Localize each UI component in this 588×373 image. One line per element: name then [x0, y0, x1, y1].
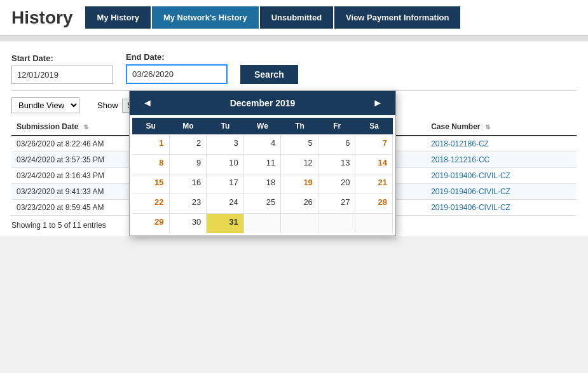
- filter-row: Start Date: End Date: Search ◄ December …: [11, 52, 577, 84]
- calendar-grid: Su Mo Tu We Th Fr Sa 1 2 3 4 5 6 7: [130, 115, 395, 236]
- cal-day-25[interactable]: 25: [244, 194, 282, 213]
- sort-icon-case-number: ⇅: [485, 123, 490, 130]
- end-date-label: End Date:: [126, 52, 228, 62]
- calendar-next-button[interactable]: ►: [369, 96, 386, 110]
- calendar-prev-button[interactable]: ◄: [139, 96, 156, 110]
- page-title: History: [11, 8, 72, 28]
- cal-day-16[interactable]: 16: [170, 174, 207, 194]
- calendar-week-1: 1 2 3 4 5 6 7: [132, 134, 393, 154]
- cal-day-21[interactable]: 21: [355, 174, 393, 194]
- cal-day-22[interactable]: 22: [132, 194, 170, 213]
- col-submission-date-label: Submission Date: [17, 122, 78, 131]
- dow-mo: Mo: [170, 118, 207, 134]
- cal-day-19[interactable]: 19: [281, 174, 318, 194]
- case-number-cell[interactable]: 2018-012186-CZ: [426, 136, 577, 152]
- dow-fr: Fr: [318, 118, 356, 134]
- calendar-month-title: December 2019: [230, 98, 296, 108]
- navigation-tabs: My History My Network's History Unsubmit…: [85, 6, 460, 29]
- cal-day-1[interactable]: 1: [132, 135, 170, 154]
- cal-day-12[interactable]: 12: [281, 155, 318, 174]
- cal-day-5[interactable]: 5: [281, 135, 318, 154]
- calendar-week-5: 29 30 31: [132, 213, 393, 233]
- cal-day-17[interactable]: 17: [207, 174, 244, 194]
- page-header: History My History My Network's History …: [0, 0, 588, 36]
- cal-day-empty-2: [281, 214, 318, 233]
- cal-day-empty-1: [244, 214, 282, 233]
- tab-my-history[interactable]: My History: [85, 6, 150, 29]
- cal-day-3[interactable]: 3: [207, 135, 244, 154]
- cal-day-13[interactable]: 13: [318, 155, 356, 174]
- header-divider: [0, 36, 588, 41]
- cal-day-9[interactable]: 9: [170, 155, 207, 174]
- cal-day-6[interactable]: 6: [318, 135, 356, 154]
- cal-day-28[interactable]: 28: [355, 194, 393, 213]
- cal-day-15[interactable]: 15: [132, 174, 170, 194]
- cal-day-29[interactable]: 29: [132, 214, 170, 233]
- cal-day-empty-4: [355, 214, 393, 233]
- cal-day-7[interactable]: 7: [355, 135, 393, 154]
- dow-sa: Sa: [355, 118, 393, 134]
- cal-day-23[interactable]: 23: [170, 194, 207, 213]
- calendar-week-2: 8 9 10 11 12 13 14: [132, 154, 393, 174]
- col-case-number-label: Case Number: [431, 122, 480, 131]
- calendar-week-4: 22 23 24 25 26 27 28: [132, 194, 393, 213]
- case-number-cell[interactable]: 2018-121216-CC: [426, 152, 577, 168]
- cal-day-10[interactable]: 10: [207, 155, 244, 174]
- end-date-input[interactable]: [126, 64, 228, 84]
- cal-day-14[interactable]: 14: [355, 155, 393, 174]
- showing-entries-text: Showing 1 to 5 of 11 entries: [11, 221, 106, 230]
- sort-icon-submission-date: ⇅: [83, 123, 88, 130]
- cal-day-11[interactable]: 11: [244, 155, 282, 174]
- cal-day-4[interactable]: 4: [244, 135, 282, 154]
- cal-day-20[interactable]: 20: [318, 174, 356, 194]
- cal-day-31[interactable]: 31: [207, 214, 244, 233]
- dow-tu: Tu: [207, 118, 244, 134]
- dow-su: Su: [132, 118, 170, 134]
- start-date-field: Start Date:: [11, 53, 113, 84]
- case-number-cell[interactable]: 2019-019406-CIVIL-CZ: [426, 168, 577, 184]
- tab-unsubmitted[interactable]: Unsubmitted: [260, 6, 333, 29]
- search-button[interactable]: Search: [240, 65, 298, 84]
- col-case-number[interactable]: Case Number ⇅: [426, 118, 577, 136]
- cal-day-18[interactable]: 18: [244, 174, 282, 194]
- cal-day-30[interactable]: 30: [170, 214, 207, 233]
- cal-day-empty-3: [318, 214, 356, 233]
- cal-day-2[interactable]: 2: [170, 135, 207, 154]
- cal-day-27[interactable]: 27: [318, 194, 356, 213]
- start-date-label: Start Date:: [11, 53, 113, 63]
- main-content: Start Date: End Date: Search ◄ December …: [0, 42, 588, 236]
- bundle-view-select[interactable]: Bundle View: [11, 97, 79, 113]
- dow-we: We: [244, 118, 282, 134]
- calendar-week-3: 15 16 17 18 19 20 21: [132, 174, 393, 194]
- case-number-cell[interactable]: 2019-019406-CIVIL-CZ: [426, 184, 577, 200]
- calendar-header: ◄ December 2019 ►: [130, 91, 395, 115]
- case-number-cell[interactable]: 2019-019406-CIVIL-CZ: [426, 200, 577, 216]
- start-date-input[interactable]: [11, 66, 113, 84]
- tab-view-payment[interactable]: View Payment Information: [334, 6, 460, 29]
- dow-th: Th: [281, 118, 318, 134]
- calendar-dow-row: Su Mo Tu We Th Fr Sa: [132, 118, 393, 134]
- show-label: Show: [97, 101, 118, 110]
- tab-my-network-history[interactable]: My Network's History: [152, 6, 259, 29]
- cal-day-8[interactable]: 8: [132, 155, 170, 174]
- cal-day-26[interactable]: 26: [281, 194, 318, 213]
- end-date-field: End Date:: [126, 52, 228, 84]
- cal-day-24[interactable]: 24: [207, 194, 244, 213]
- date-picker-calendar: ◄ December 2019 ► Su Mo Tu We Th Fr Sa 1…: [129, 90, 396, 236]
